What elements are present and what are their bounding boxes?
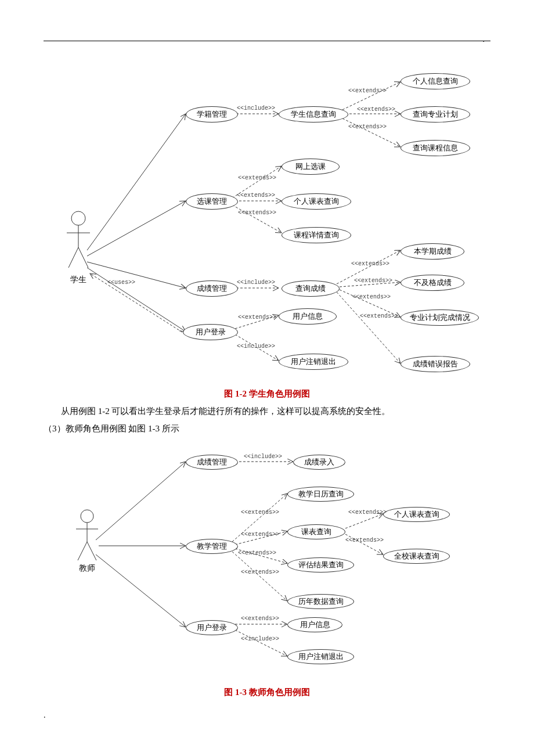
lbl-ext-4: <<extends>> [238, 314, 276, 321]
lbl2-ext-b: <<extends>> [241, 531, 279, 538]
svg-line-7 [342, 118, 400, 147]
svg-line-24 [96, 462, 186, 540]
lbl2-include-2: <<include>> [241, 636, 279, 642]
uc-online-select: 网上选课 [282, 159, 340, 175]
svg-line-26 [96, 555, 186, 627]
uc-grade-mgmt: 成绩管理 [186, 280, 238, 297]
header-dot: . [483, 35, 485, 44]
uc-user-logout: 用户注销退出 [279, 354, 348, 370]
uc-personal-info-query: 个人信息查询 [400, 73, 470, 89]
uc-plan-query: 查询专业计划 [400, 106, 470, 123]
svg-point-36 [81, 510, 93, 523]
uc2-grade-entry: 成绩录入 [293, 455, 345, 470]
lbl-ext-3d: <<extends>> [360, 313, 398, 319]
actor-teacher-label: 教师 [73, 563, 102, 574]
lbl-ext-1b: <<extends>> [357, 106, 395, 113]
svg-line-23 [78, 247, 88, 268]
lbl-ext-2c: <<extends>> [238, 210, 276, 216]
diagram-1-3: 教师 成绩管理 成绩录入 教学管理 教学日历查询 课表查询 个人课表查询 全校课… [67, 438, 450, 676]
uc2-personal-schedule: 个人课表查询 [383, 507, 450, 522]
svg-line-22 [68, 247, 78, 268]
uc-plan-complete: 专业计划完成情况 [400, 309, 479, 326]
lbl2-ext-d: <<extends>> [241, 569, 279, 575]
uc2-calendar: 教学日历查询 [287, 487, 354, 502]
lbl2-ext-f: <<extends>> [345, 537, 384, 543]
uc2-grade-mgmt: 成绩管理 [186, 455, 238, 470]
svg-line-5 [342, 82, 400, 110]
actor-student-label: 学生 [64, 275, 93, 285]
lbl-ext-3a: <<extends>> [351, 261, 389, 267]
uc2-schedule: 课表查询 [287, 524, 345, 539]
uc-user-info: 用户信息 [279, 308, 337, 325]
uc2-eval: 评估结果查询 [287, 557, 354, 573]
svg-line-31 [232, 552, 287, 601]
uc-academic-mgmt: 学籍管理 [186, 106, 238, 123]
lbl2-ext-g: <<extends>> [241, 615, 279, 622]
actor-student-icon [64, 210, 93, 273]
lbl2-include-1: <<include>> [244, 453, 282, 460]
caption-1-3: 图 1-3 教师角色用例图 [44, 687, 490, 698]
uc-grade-query: 查询成绩 [282, 280, 340, 297]
uc-course-info-query: 查询课程信息 [400, 140, 470, 156]
lbl-ext-1c: <<extends>> [348, 124, 387, 130]
lbl2-ext-c: <<extends>> [238, 550, 276, 556]
uc2-user-info: 用户信息 [287, 617, 342, 632]
uc2-teach-mgmt: 教学管理 [186, 539, 238, 554]
uc-fail-grade: 不及格成绩 [400, 275, 464, 291]
uc2-user-logout: 用户注销退出 [287, 649, 354, 664]
caption-1-2: 图 1-2 学生角色用例图 [44, 388, 490, 399]
uc2-user-login: 用户登录 [186, 620, 238, 635]
svg-point-19 [71, 211, 85, 225]
svg-line-40 [87, 542, 96, 560]
lbl-include-1: <<include>> [237, 105, 275, 111]
actor-teacher-icon [73, 508, 102, 566]
lbl-include-3: <<include>> [237, 279, 275, 286]
svg-line-1 [87, 201, 186, 256]
svg-line-35 [235, 630, 287, 656]
uc-personal-schedule: 个人课表查询 [282, 193, 351, 210]
uc2-school-schedule: 全校课表查询 [383, 549, 450, 564]
lbl2-ext-e: <<extends>> [348, 509, 387, 516]
uc-course-detail: 课程详情查询 [282, 227, 351, 243]
uc2-history: 历年数据查询 [287, 594, 354, 609]
uc-user-login: 用户登录 [183, 324, 238, 340]
svg-line-2 [87, 262, 186, 288]
lbl-ext-1a: <<extends>> [348, 88, 387, 94]
uc-student-info-query: 学生信息查询 [279, 106, 348, 123]
footer-dot: . [44, 711, 46, 720]
para-2: （3）教师角色用例图 如图 1-3 所示 [44, 422, 490, 437]
uc-grade-error: 成绩错误报告 [400, 356, 470, 372]
uc-course-select-mgmt: 选课管理 [186, 193, 238, 210]
page: . [44, 0, 490, 726]
lbl-ext-2b: <<extends>> [237, 192, 275, 199]
lbl-ext-2a: <<extends>> [238, 175, 276, 181]
svg-line-18 [90, 273, 186, 334]
lbl-ext-3c: <<extends>> [352, 294, 391, 300]
svg-line-0 [87, 114, 186, 250]
lbl-uses-1: <<uses>> [107, 279, 135, 286]
para-1: 从用例图 1-2 可以看出学生登录后才能进行所有的操作，这样可以提高系统的安全性… [44, 404, 490, 419]
lbl2-ext-a: <<extends>> [241, 509, 279, 516]
top-rule [44, 41, 490, 41]
lbl-include-4: <<include>> [237, 343, 275, 350]
uc-term-grade: 本学期成绩 [400, 243, 464, 260]
lbl-ext-3b: <<extends>> [354, 278, 392, 284]
svg-line-15 [337, 292, 400, 363]
svg-line-32 [345, 514, 383, 528]
svg-line-39 [78, 542, 87, 560]
svg-line-3 [87, 268, 186, 332]
diagram-1-2: 学生 学籍管理 学生信息查询 个人信息查询 查询专业计划 查询课程信息 选课管理… [52, 59, 482, 378]
